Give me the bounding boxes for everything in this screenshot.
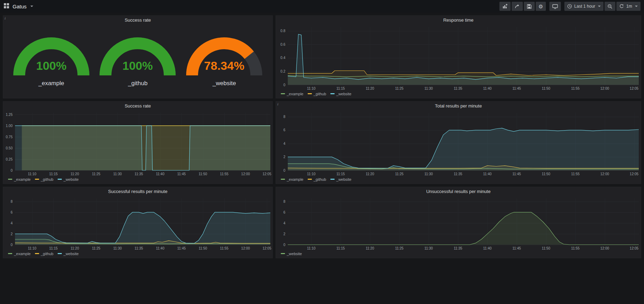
unsuccessful-results-chart[interactable]: 0246811:1011:1511:2011:2511:3011:3511:40… <box>276 196 641 251</box>
x-axis-label: 11:35 <box>454 172 462 176</box>
legend-item-_website[interactable]: _website <box>281 252 302 256</box>
panel-successful-results: Successful results per minute 0246811:10… <box>3 187 273 258</box>
legend-swatch <box>8 253 12 254</box>
legend-swatch <box>330 93 335 94</box>
legend-item-_github[interactable]: _github <box>35 177 53 181</box>
panel-title[interactable]: Successful results per minute <box>3 187 272 196</box>
gauge-arc: 100% <box>10 36 93 78</box>
x-axis-label: 11:15 <box>336 172 345 176</box>
cycle-view-icon <box>552 3 558 9</box>
panel-title[interactable]: Unsuccessful results per minute <box>276 187 641 196</box>
y-axis-label: 0.6 <box>280 43 285 46</box>
add-panel-button[interactable] <box>499 2 511 11</box>
series-fill-_website <box>15 212 270 245</box>
panel-title[interactable]: Success rate <box>3 16 272 25</box>
add-panel-icon <box>502 3 508 9</box>
legend-label: _website <box>64 177 79 181</box>
legend-item-_github[interactable]: _github <box>308 177 326 181</box>
chart-canvas[interactable]: 0246811:1011:1511:2011:2511:3011:3511:40… <box>3 196 272 251</box>
y-axis-label: 6 <box>283 128 285 132</box>
legend-swatch <box>58 179 62 180</box>
x-axis-label: 11:50 <box>542 172 550 176</box>
y-axis-label: 0 <box>283 243 285 247</box>
x-axis-label: 11:40 <box>156 246 164 250</box>
panel-title[interactable]: Success rate <box>3 102 272 111</box>
legend-item-_website[interactable]: _website <box>58 252 79 256</box>
refresh-button[interactable]: 1m <box>616 2 641 11</box>
legend: _example_github_website <box>3 251 272 258</box>
successful-results-chart[interactable]: 0246811:1011:1511:2011:2511:3011:3511:40… <box>3 196 272 251</box>
legend-label: _website <box>287 252 302 256</box>
navbar-actions: ⚙ Last 1 hour <box>496 2 641 11</box>
y-axis-label: 0 <box>10 243 13 247</box>
panel-info-icon[interactable]: i <box>277 102 278 106</box>
legend-item-_example[interactable]: _example <box>281 92 303 96</box>
y-axis-label: 0.75 <box>6 135 13 139</box>
gauge-label: _example <box>38 80 64 87</box>
x-axis-label: 11:50 <box>542 246 550 250</box>
chart-canvas[interactable]: 00.20.40.60.811:1011:1511:2011:2511:3011… <box>276 25 641 91</box>
response-time-chart[interactable]: 00.20.40.60.811:1011:1511:2011:2511:3011… <box>276 25 641 91</box>
legend-label: _website <box>336 177 351 181</box>
legend-item-_example[interactable]: _example <box>281 177 303 181</box>
x-axis-label: 11:25 <box>395 87 404 90</box>
zoom-out-button[interactable] <box>605 2 615 11</box>
success-rate-chart[interactable]: 00.250.500.751.001.2511:1011:1511:2011:2… <box>3 111 272 177</box>
x-axis-label: 11:55 <box>571 246 580 250</box>
settings-button[interactable]: ⚙ <box>536 2 546 11</box>
caret-down-icon <box>30 6 33 7</box>
x-axis-label: 11:45 <box>512 172 521 176</box>
legend-swatch <box>35 179 39 180</box>
dashboards-grid-icon[interactable] <box>3 3 9 10</box>
x-axis-label: 11:55 <box>220 172 229 176</box>
x-axis-label: 11:35 <box>454 87 462 90</box>
x-axis-label: 11:20 <box>366 246 374 250</box>
legend-swatch <box>330 179 335 180</box>
x-axis-label: 12:00 <box>241 172 250 176</box>
legend-item-_website[interactable]: _website <box>330 92 351 96</box>
x-axis-label: 11:50 <box>199 246 207 250</box>
legend-item-_github[interactable]: _github <box>35 252 53 256</box>
panel-response-time: Response time 00.20.40.60.811:1011:1511:… <box>276 15 641 98</box>
legend-item-_website[interactable]: _website <box>330 177 351 181</box>
legend-item-_example[interactable]: _example <box>8 177 31 181</box>
y-axis-label: 8 <box>283 115 285 119</box>
y-axis-label: 4 <box>283 142 285 146</box>
x-axis-label: 12:00 <box>600 172 609 176</box>
view-group <box>549 2 561 11</box>
x-axis-label: 11:25 <box>92 246 101 250</box>
total-results-chart[interactable]: 0246811:1011:1511:2011:2511:3011:3511:40… <box>276 111 641 177</box>
legend-swatch <box>58 253 62 254</box>
panel-info-icon[interactable]: i <box>5 16 6 20</box>
save-button[interactable] <box>524 2 535 11</box>
x-axis-label: 11:25 <box>395 246 404 250</box>
legend-item-_github[interactable]: _github <box>308 92 326 96</box>
panel-title[interactable]: Response time <box>276 16 641 25</box>
x-axis-label: 11:15 <box>336 246 345 250</box>
time-range-button[interactable]: Last 1 hour <box>564 2 603 11</box>
legend-label: _example <box>287 177 303 181</box>
chart-canvas[interactable]: 0246811:1011:1511:2011:2511:3011:3511:40… <box>276 196 641 251</box>
x-axis-label: 11:10 <box>307 87 316 90</box>
legend-item-_example[interactable]: _example <box>8 252 31 256</box>
y-axis-label: 0.4 <box>280 56 285 60</box>
y-axis-label: 0.50 <box>6 146 13 150</box>
x-axis-label: 11:25 <box>395 172 404 176</box>
chart-canvas[interactable]: 00.250.500.751.001.2511:1011:1511:2011:2… <box>3 111 272 177</box>
legend-label: _example <box>287 92 303 96</box>
gauge-value: 78.34% <box>204 59 244 72</box>
legend-item-_website[interactable]: _website <box>58 177 79 181</box>
x-axis-label: 11:30 <box>424 246 433 250</box>
share-icon <box>514 3 520 9</box>
panel-title[interactable]: Total results per minute <box>276 102 641 111</box>
dashboard-title[interactable]: Gatus <box>13 3 27 9</box>
caret-down-icon <box>635 6 638 7</box>
x-axis-label: 11:50 <box>542 87 550 90</box>
chart-canvas[interactable]: 0246811:1011:1511:2011:2511:3011:3511:40… <box>276 111 641 177</box>
panel-success-rate: Success rate 00.250.500.751.001.2511:101… <box>3 101 273 184</box>
dashboard-row-3: Successful results per minute 0246811:10… <box>3 187 641 258</box>
x-axis-label: 11:45 <box>177 246 186 250</box>
series-fill-_website <box>288 212 639 245</box>
cycle-view-button[interactable] <box>549 2 561 11</box>
share-button[interactable] <box>512 2 523 11</box>
